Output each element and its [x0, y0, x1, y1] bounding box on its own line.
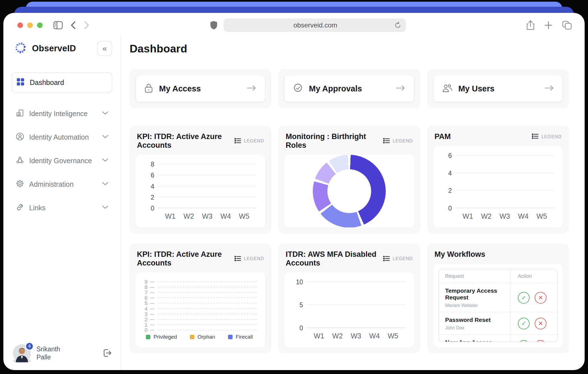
bars — [158, 164, 257, 208]
sidebar-item-label: Administration — [29, 180, 97, 188]
reject-button[interactable]: ✕ — [535, 292, 546, 304]
my-access-card: My Access — [130, 69, 271, 108]
close-button[interactable] — [17, 22, 23, 28]
legend-button[interactable]: LEGEND — [383, 138, 413, 144]
main-content: Dashboard My Access — [121, 35, 585, 370]
legend-swatch — [228, 335, 233, 339]
sidebar-item-administration[interactable]: Administration — [12, 174, 112, 194]
bar-chart-icon — [16, 109, 24, 118]
legend-swatch — [190, 335, 194, 339]
approve-button[interactable]: ✓ — [518, 292, 530, 304]
address-bar[interactable]: observeid.com — [224, 19, 406, 32]
donut-chart — [313, 155, 386, 227]
list-icon — [532, 133, 539, 140]
sidebar-collapse-button[interactable]: « — [97, 41, 112, 56]
bars — [306, 282, 405, 328]
reload-icon[interactable] — [394, 22, 401, 29]
share-icon[interactable] — [526, 20, 535, 30]
legend-label: Firecall — [236, 334, 253, 340]
chevron-down-icon — [102, 135, 108, 140]
my-users-card: My Users — [427, 69, 569, 108]
sidebar-item-identity-governance[interactable]: Identity Governance — [12, 151, 112, 170]
bar-chart-panel: 0510W1W2W3W4W5 — [284, 273, 414, 347]
y-tick-label: 2 — [151, 193, 154, 201]
y-tick-label: 0 — [300, 324, 303, 332]
requester-name: Mariam Webster — [445, 303, 507, 308]
y-tick-label: 4 — [144, 306, 154, 312]
brand-name: ObserveID — [32, 43, 93, 54]
workflows-table: Request Action Temporary Access RequestM… — [438, 269, 558, 342]
forward-button[interactable] — [84, 21, 90, 30]
chevron-down-icon — [102, 205, 108, 210]
sidebar-toggle-icon[interactable] — [53, 21, 63, 29]
users-icon — [442, 84, 452, 94]
sidebar-item-links[interactable]: Links — [12, 198, 112, 218]
approve-button[interactable]: ✓ — [518, 318, 530, 329]
x-tick-label: W5 — [532, 212, 551, 220]
sidebar-item-label: Identity Governance — [29, 157, 97, 165]
user-profile[interactable]: 4 Srikanth Palle — [12, 344, 112, 362]
gear-icon — [16, 179, 24, 189]
reject-button[interactable]: ✕ — [535, 340, 546, 342]
zoom-button[interactable] — [37, 22, 43, 28]
privacy-shield-icon — [210, 21, 217, 30]
my-approvals-link[interactable]: My Approvals — [284, 75, 414, 102]
back-button[interactable] — [70, 21, 76, 30]
quick-card-label: My Users — [458, 84, 538, 93]
legend-button[interactable]: LEGEND — [383, 256, 413, 262]
my-users-link[interactable]: My Users — [433, 75, 563, 102]
browser-window: observeid.com — [3, 13, 585, 370]
x-tick-label: W3 — [495, 212, 514, 220]
legend-button[interactable]: LEGEND — [235, 138, 264, 144]
chevron-down-icon — [102, 111, 108, 116]
x-tick-label: W3 — [198, 212, 217, 220]
observeid-logo-icon — [14, 41, 27, 56]
bar-chart: 0123456789UserPrivilegedOrphanFirecall — [136, 273, 265, 347]
approve-button[interactable]: ✓ — [518, 340, 530, 342]
sidebar-item-label: Identity Inteligence — [29, 110, 97, 118]
url-text: observeid.com — [236, 21, 394, 29]
legend-swatch — [146, 335, 150, 339]
sidebar-item-identity-inteligence[interactable]: Identity Inteligence — [12, 104, 112, 123]
sidebar-item-dashboard[interactable]: Dashboard — [12, 72, 112, 93]
sidebar-item-label: Links — [29, 204, 97, 212]
chart-title: ITDR: AWS MFA Disabled Accounts — [286, 250, 383, 267]
tabs-overview-icon[interactable] — [562, 21, 572, 30]
column-header-action: Action — [510, 269, 557, 283]
sidebar-item-identity-automation[interactable]: Identity Automation — [12, 127, 112, 147]
list-icon — [235, 256, 241, 262]
chevron-down-icon — [102, 182, 108, 187]
reject-button[interactable]: ✕ — [535, 318, 546, 329]
chart-legend: UserPrivilegedOrphanFirecall — [158, 330, 257, 344]
legend-label: Privileged — [153, 334, 177, 340]
my-workflows-card: My Workflows Request Action Temporary Ac… — [427, 243, 569, 353]
y-tick-label: 5 — [144, 300, 154, 306]
my-access-link[interactable]: My Access — [136, 75, 265, 102]
x-tick-label: W2 — [328, 332, 347, 340]
legend-button[interactable]: LEGEND — [532, 133, 562, 140]
chart-card-pam: PAM LEGEND 0246W1W2W3W4W5 — [427, 126, 569, 234]
logout-icon[interactable] — [102, 348, 112, 358]
y-tick-label: 0 — [144, 327, 154, 333]
request-cell: New App AccessAnna Smith — [439, 335, 510, 342]
avatar — [13, 358, 31, 363]
table-row: Password ResetJohn Doe✓✕ — [439, 312, 557, 335]
minimize-button[interactable] — [27, 22, 33, 28]
x-tick-label: W4 — [365, 332, 384, 340]
lock-icon — [144, 83, 153, 94]
workflows-header-row: Request Action — [439, 269, 557, 283]
requester-name: John Doe — [445, 325, 507, 331]
nodes-icon — [16, 156, 24, 165]
badge-check-icon — [293, 83, 303, 94]
table-row: New App AccessAnna Smith✓✕ — [439, 335, 557, 342]
chart-title: KPI: ITDR: Active Azure Accounts — [137, 132, 235, 150]
y-tick-label: 2 — [144, 317, 154, 323]
legend-button[interactable]: LEGEND — [235, 256, 264, 262]
new-tab-icon[interactable] — [544, 21, 553, 29]
legend-item: Firecall — [228, 334, 253, 340]
chevron-down-icon — [102, 158, 108, 163]
arrow-right-icon — [396, 85, 405, 92]
bars — [455, 156, 554, 208]
chart-card-kpi-azure-2: KPI: ITDR: Active Azure Accounts LEGEND … — [130, 243, 271, 353]
arrow-right-icon — [247, 85, 256, 92]
